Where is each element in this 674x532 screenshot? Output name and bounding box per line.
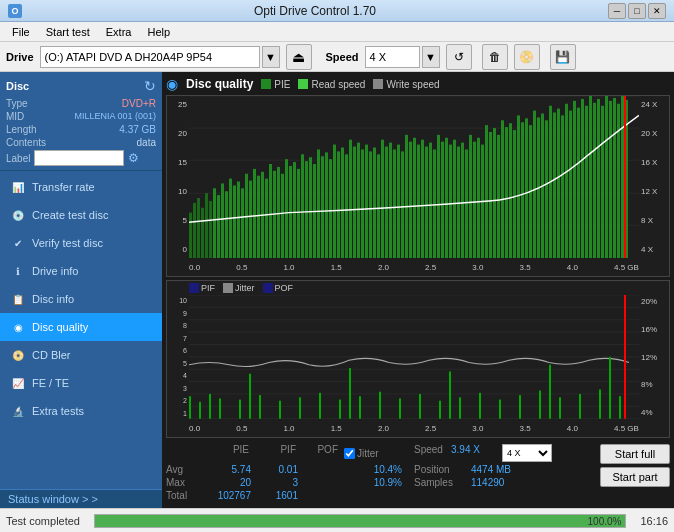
svg-rect-72 bbox=[453, 140, 456, 259]
drive-dropdown-display[interactable]: (O:) ATAPI DVD A DH20A4P 9P54 bbox=[40, 46, 260, 68]
y-label: 10 bbox=[169, 187, 187, 196]
speed-select-wrapper[interactable]: 4 X 2 X 1 X bbox=[502, 444, 552, 462]
disc-length-label: Length bbox=[6, 124, 37, 135]
svg-rect-114 bbox=[621, 96, 624, 258]
x-label: 0.5 bbox=[236, 263, 247, 272]
y-label: 10 bbox=[169, 297, 187, 304]
y-right-label: 8% bbox=[641, 380, 667, 389]
sidebar-item-fe-te[interactable]: 📈 FE / TE bbox=[0, 369, 162, 397]
save-button[interactable]: 💾 bbox=[550, 44, 576, 70]
refresh-button[interactable]: ↺ bbox=[446, 44, 472, 70]
y-right-label: 16% bbox=[641, 325, 667, 334]
disc-label-label: Label bbox=[6, 153, 30, 164]
fe-te-icon: 📈 bbox=[10, 375, 26, 391]
pof-header: POF bbox=[298, 444, 338, 462]
legend-write-speed: Write speed bbox=[373, 79, 439, 90]
drive-select[interactable]: (O:) ATAPI DVD A DH20A4P 9P54 ▼ bbox=[40, 46, 280, 68]
status-window-button[interactable]: Status window > > bbox=[0, 489, 162, 508]
svg-rect-100 bbox=[565, 104, 568, 259]
sidebar-item-disc-info[interactable]: 📋 Disc info bbox=[0, 285, 162, 313]
speed-value: 4 X bbox=[370, 51, 387, 63]
drive-dropdown-btn[interactable]: ▼ bbox=[262, 46, 280, 68]
menu-help[interactable]: Help bbox=[139, 24, 178, 40]
erase-button[interactable]: 🗑 bbox=[482, 44, 508, 70]
minimize-button[interactable]: ─ bbox=[608, 3, 626, 19]
sidebar-item-transfer-rate[interactable]: 📊 Transfer rate bbox=[0, 173, 162, 201]
speed-header: Speed bbox=[414, 444, 449, 462]
y-label: 5 bbox=[169, 360, 187, 367]
disc-refresh-icon[interactable]: ↻ bbox=[144, 78, 156, 94]
svg-rect-9 bbox=[201, 208, 204, 259]
jitter-checkbox[interactable] bbox=[344, 448, 355, 459]
menu-file[interactable]: File bbox=[4, 24, 38, 40]
svg-rect-74 bbox=[461, 143, 464, 259]
disc-contents-label: Contents bbox=[6, 137, 46, 148]
svg-rect-28 bbox=[277, 167, 280, 258]
x-label: 4.0 bbox=[567, 424, 578, 433]
svg-rect-43 bbox=[337, 151, 340, 258]
svg-rect-143 bbox=[459, 398, 461, 419]
total-jitter bbox=[342, 490, 402, 501]
svg-rect-6 bbox=[189, 213, 192, 259]
menu-extra[interactable]: Extra bbox=[98, 24, 140, 40]
sidebar-item-extra-tests[interactable]: 🔬 Extra tests bbox=[0, 397, 162, 425]
svg-rect-68 bbox=[437, 135, 440, 258]
svg-rect-33 bbox=[297, 169, 300, 258]
maximize-button[interactable]: □ bbox=[628, 3, 646, 19]
svg-rect-83 bbox=[497, 135, 500, 258]
x-label: 0.5 bbox=[236, 424, 247, 433]
svg-rect-8 bbox=[197, 198, 200, 258]
disc-quality-icon: ◉ bbox=[10, 319, 26, 335]
svg-rect-22 bbox=[253, 169, 256, 258]
start-full-button[interactable]: Start full bbox=[600, 444, 670, 464]
svg-rect-35 bbox=[305, 161, 308, 258]
sidebar-item-create-test-disc[interactable]: 💿 Create test disc bbox=[0, 201, 162, 229]
x-label: 3.0 bbox=[472, 263, 483, 272]
x-label: 2.0 bbox=[378, 424, 389, 433]
disc-label-input[interactable] bbox=[34, 150, 124, 166]
extra-tests-icon: 🔬 bbox=[10, 403, 26, 419]
disc-length-row: Length 4.37 GB bbox=[6, 124, 156, 135]
svg-rect-70 bbox=[445, 138, 448, 259]
svg-rect-29 bbox=[281, 174, 284, 259]
sidebar-item-label: FE / TE bbox=[32, 377, 69, 389]
total-pie: 102767 bbox=[196, 490, 251, 501]
close-button[interactable]: ✕ bbox=[648, 3, 666, 19]
speed-dropdown-btn[interactable]: ▼ bbox=[422, 46, 440, 68]
x-label: 1.0 bbox=[283, 263, 294, 272]
create-test-disc-icon: 💿 bbox=[10, 207, 26, 223]
drive-info-icon: ℹ bbox=[10, 263, 26, 279]
speed-dropdown[interactable]: 4 X bbox=[365, 46, 420, 68]
svg-rect-145 bbox=[499, 400, 501, 419]
svg-rect-85 bbox=[505, 127, 508, 258]
sidebar-item-drive-info[interactable]: ℹ Drive info bbox=[0, 257, 162, 285]
svg-rect-146 bbox=[519, 395, 521, 419]
svg-rect-112 bbox=[613, 98, 616, 258]
menu-start-test[interactable]: Start test bbox=[38, 24, 98, 40]
max-row: Max 20 3 10.9% Samples 114290 bbox=[166, 477, 594, 488]
sidebar-item-label: Verify test disc bbox=[32, 237, 103, 249]
sidebar-item-disc-quality[interactable]: ◉ Disc quality bbox=[0, 313, 162, 341]
menu-bar: File Start test Extra Help bbox=[0, 22, 674, 42]
drive-label: Drive bbox=[6, 51, 34, 63]
svg-rect-44 bbox=[341, 148, 344, 259]
sidebar-item-label: Extra tests bbox=[32, 405, 84, 417]
transfer-rate-icon: 📊 bbox=[10, 179, 26, 195]
eject-button[interactable]: ⏏ bbox=[286, 44, 312, 70]
rip-button[interactable]: 📀 bbox=[514, 44, 540, 70]
disc-mid-row: MID MILLENIA 001 (001) bbox=[6, 111, 156, 122]
svg-rect-129 bbox=[199, 402, 201, 419]
speed-selector[interactable]: 4 X 2 X 1 X bbox=[502, 444, 552, 462]
y-label: 1 bbox=[169, 410, 187, 417]
speed-select-wrapper[interactable]: 4 X ▼ bbox=[365, 46, 440, 68]
sidebar-item-verify-test-disc[interactable]: ✔ Verify test disc bbox=[0, 229, 162, 257]
sidebar-item-cd-bler[interactable]: 📀 CD Bler bbox=[0, 341, 162, 369]
x-label: 4.0 bbox=[567, 263, 578, 272]
svg-rect-58 bbox=[397, 145, 400, 259]
svg-rect-128 bbox=[189, 397, 191, 419]
top-chart-y-right: 24 X 20 X 16 X 12 X 8 X 4 X bbox=[639, 96, 669, 258]
disc-label-edit-icon[interactable]: ⚙ bbox=[128, 151, 139, 165]
sidebar-nav: 📊 Transfer rate 💿 Create test disc ✔ Ver… bbox=[0, 171, 162, 489]
start-part-button[interactable]: Start part bbox=[600, 467, 670, 487]
x-label: 1.5 bbox=[331, 424, 342, 433]
